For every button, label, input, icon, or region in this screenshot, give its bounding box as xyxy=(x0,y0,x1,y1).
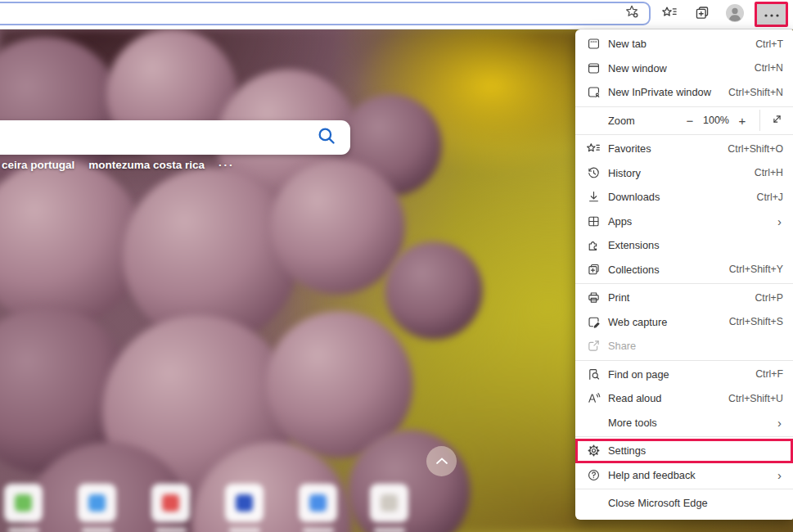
shortcut-tile-label xyxy=(82,528,113,532)
inprivate-icon xyxy=(586,85,601,100)
menu-item-downloads[interactable]: DownloadsCtrl+J xyxy=(575,185,793,210)
more-suggestions-button[interactable]: ··· xyxy=(219,159,235,171)
zoom-in-button[interactable]: + xyxy=(732,114,753,128)
shortcut-tile-icon xyxy=(309,494,327,512)
web-capture-icon xyxy=(586,314,601,329)
menu-shortcut: Ctrl+N xyxy=(755,62,783,74)
menu-item-label: Read aloud xyxy=(608,392,728,404)
menu-item-apps[interactable]: Apps› xyxy=(575,210,793,234)
menu-shortcut: Ctrl+F xyxy=(755,368,783,380)
menu-item-collections[interactable]: CollectionsCtrl+Shift+Y xyxy=(575,258,793,282)
chevron-up-icon xyxy=(435,455,448,467)
menu-item-share: Share xyxy=(575,334,793,358)
chevron-right-icon: › xyxy=(777,417,783,429)
menu-item-new-tab[interactable]: New tabCtrl+T xyxy=(575,32,793,56)
shortcut-tile[interactable] xyxy=(4,484,43,522)
favorites-icon xyxy=(661,5,678,24)
shortcut-tile-icon xyxy=(15,494,32,512)
scroll-top-button[interactable] xyxy=(426,446,457,476)
zoom-out-button[interactable]: − xyxy=(679,114,701,128)
shortcut-tile-label xyxy=(374,528,405,532)
fullscreen-button[interactable] xyxy=(765,112,788,128)
menu-item-more-tools[interactable]: More tools› xyxy=(575,411,793,435)
zoom-value: 100% xyxy=(701,115,732,126)
menu-separator xyxy=(575,436,793,437)
menu-separator xyxy=(575,134,793,135)
menu-item-help-and-feedback[interactable]: Help and feedback› xyxy=(575,463,793,488)
favorites-button[interactable] xyxy=(656,2,683,27)
read-aloud-icon xyxy=(586,391,601,406)
chevron-right-icon: › xyxy=(777,469,783,481)
help-icon xyxy=(586,467,601,482)
menu-item-new-window[interactable]: New windowCtrl+N xyxy=(575,56,793,81)
menu-shortcut: Ctrl+H xyxy=(755,167,783,178)
menu-separator xyxy=(575,489,793,489)
search-box[interactable] xyxy=(0,120,350,155)
menu-item-read-aloud[interactable]: Read aloudCtrl+Shift+U xyxy=(575,386,793,411)
menu-shortcut: Ctrl+J xyxy=(757,192,783,203)
settings-and-more-button[interactable] xyxy=(755,2,788,27)
menu-item-label: Share xyxy=(608,340,783,352)
menu-item-label: Web capture xyxy=(608,316,729,328)
find-icon xyxy=(586,367,601,381)
menu-separator xyxy=(575,283,793,284)
shortcut-tile-label xyxy=(8,528,39,532)
menu-separator xyxy=(575,106,793,107)
suggestion-link[interactable]: ceira portugal xyxy=(2,159,74,171)
menu-shortcut: Ctrl+Shift+N xyxy=(728,87,783,98)
menu-shortcut: Ctrl+Shift+U xyxy=(728,393,783,404)
browser-window: ceira portugalmontezuma costa rica··· Ne… xyxy=(0,0,793,532)
menu-item-label: Extensions xyxy=(608,239,783,251)
ellipsis-icon xyxy=(764,8,780,20)
address-bar[interactable] xyxy=(0,2,651,25)
menu-item-new-inprivate-window[interactable]: New InPrivate windowCtrl+Shift+N xyxy=(575,80,793,105)
share-icon xyxy=(586,339,601,354)
shortcut-tile-label xyxy=(229,528,260,532)
collections-icon xyxy=(586,262,601,277)
shortcut-tile[interactable] xyxy=(299,484,337,522)
history-icon xyxy=(586,165,601,180)
profile-button[interactable] xyxy=(721,2,749,27)
menu-item-label: Favorites xyxy=(608,142,728,155)
menu-item-web-capture[interactable]: Web captureCtrl+Shift+S xyxy=(575,310,793,335)
shortcut-tile-icon xyxy=(162,494,179,512)
menu-item-favorites[interactable]: FavoritesCtrl+Shift+O xyxy=(575,137,793,161)
menu-shortcut: Ctrl+Shift+O xyxy=(728,143,783,155)
menu-item-label: Downloads xyxy=(608,191,757,203)
menu-item-settings[interactable]: Settings xyxy=(575,439,793,463)
shortcut-tile[interactable] xyxy=(78,484,116,522)
apps-icon xyxy=(586,214,601,228)
new-tab-icon xyxy=(586,37,601,52)
star-plus-icon[interactable] xyxy=(624,3,641,24)
suggestion-link[interactable]: montezuma costa rica xyxy=(88,159,205,171)
menu-item-label: New window xyxy=(608,62,755,74)
menu-item-zoom: Zoom−100%+ xyxy=(575,109,793,133)
shortcut-tile[interactable] xyxy=(370,484,408,522)
menu-item-find-on-page[interactable]: Find on pageCtrl+F xyxy=(575,363,793,387)
menu-item-close-edge[interactable]: Close Microsoft Edge xyxy=(575,491,793,516)
shortcut-tile[interactable] xyxy=(151,484,190,522)
menu-separator xyxy=(575,360,793,361)
favorites-icon xyxy=(586,142,601,156)
search-icon xyxy=(316,125,337,150)
zoom-divider xyxy=(759,110,760,131)
collections-button[interactable] xyxy=(688,2,716,27)
menu-item-history[interactable]: HistoryCtrl+H xyxy=(575,161,793,186)
menu-item-label: Print xyxy=(608,291,755,304)
menu-shortcut: Ctrl+Shift+S xyxy=(729,316,783,327)
shortcut-tile-icon xyxy=(236,494,253,512)
menu-item-extensions[interactable]: Extensions xyxy=(575,233,793,258)
search-suggestions: ceira portugalmontezuma costa rica··· xyxy=(2,159,235,171)
print-icon xyxy=(586,291,601,305)
menu-item-label: New tab xyxy=(608,38,755,50)
settings-and-more-menu: New tabCtrl+TNew windowCtrl+NNew InPriva… xyxy=(575,29,793,520)
new-window-icon xyxy=(586,61,601,75)
shortcut-tile-icon xyxy=(381,494,398,512)
menu-item-label: Help and feedback xyxy=(608,469,777,481)
menu-item-label: More tools xyxy=(608,417,777,429)
menu-item-print[interactable]: PrintCtrl+P xyxy=(575,286,793,310)
shortcut-tile-label xyxy=(303,528,334,532)
settings-icon xyxy=(586,444,601,458)
shortcut-tile[interactable] xyxy=(225,484,264,522)
menu-item-label: New InPrivate window xyxy=(608,86,728,98)
